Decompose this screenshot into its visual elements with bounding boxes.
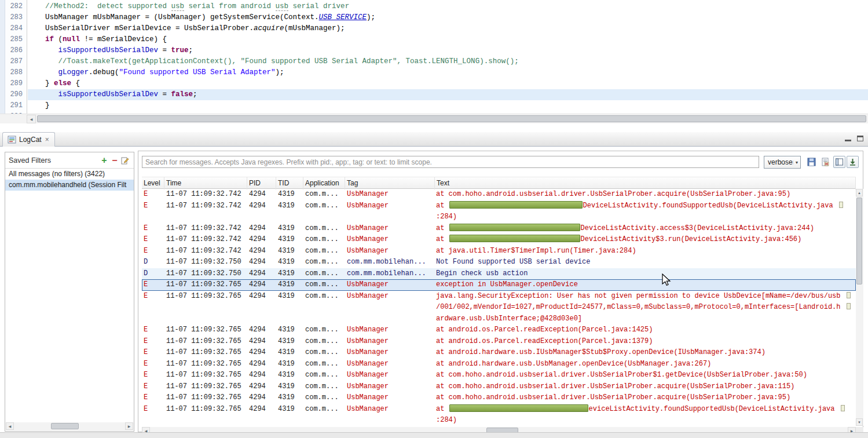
saved-filters-panel: Saved Filters + − All messages (no filte… bbox=[5, 152, 134, 432]
column-header[interactable]: PID bbox=[247, 177, 276, 189]
log-cell: 11-07 11:09:32.765 bbox=[164, 324, 247, 336]
code-editor[interactable]: 282283284285286287288289290291292 //Meth… bbox=[0, 0, 868, 114]
redaction-bar bbox=[449, 224, 580, 231]
scroll-to-latest-icon[interactable] bbox=[847, 156, 859, 168]
log-text: exception in UsbManager.openDevice bbox=[435, 279, 856, 291]
log-row[interactable]: E11-07 11:09:32.74242944319com.m...UsbMa… bbox=[142, 200, 856, 223]
log-row[interactable]: D11-07 11:09:32.75042944319com.m...com.m… bbox=[142, 268, 856, 280]
scroll-up-icon[interactable]: ▲ bbox=[856, 189, 863, 196]
column-header[interactable]: Time bbox=[164, 177, 247, 189]
saved-filters-title: Saved Filters bbox=[9, 156, 99, 165]
search-input[interactable] bbox=[142, 156, 759, 168]
log-cell: UsbManager bbox=[345, 279, 435, 291]
save-log-icon[interactable] bbox=[807, 157, 816, 167]
log-cell: 4319 bbox=[276, 268, 303, 280]
log-cell: 4294 bbox=[247, 404, 276, 415]
log-cell: 4294 bbox=[247, 234, 276, 246]
log-cell: E bbox=[142, 404, 164, 415]
log-cell: 4319 bbox=[276, 279, 303, 291]
code-line[interactable]: UsbManager mUsbManager = (UsbManager) ge… bbox=[28, 12, 868, 23]
filters-hscroll-thumb[interactable] bbox=[51, 423, 79, 429]
code-line[interactable]: } bbox=[28, 100, 868, 111]
log-row[interactable]: E11-07 11:09:32.76542944319com.m...UsbMa… bbox=[142, 279, 856, 291]
log-cell: com.m... bbox=[303, 279, 345, 291]
log-row[interactable]: E11-07 11:09:32.74242944319com.m...UsbMa… bbox=[142, 189, 856, 200]
log-row[interactable]: E11-07 11:09:32.76542944319com.m...UsbMa… bbox=[142, 381, 856, 393]
log-cell: 4319 bbox=[276, 200, 303, 212]
log-cell: 4294 bbox=[247, 381, 276, 393]
code-line[interactable]: isSupportedUsbSerialDev = true; bbox=[28, 45, 868, 56]
log-cell: 11-07 11:09:32.765 bbox=[164, 347, 247, 359]
code-line[interactable]: //Method2: detect supported usb serial f… bbox=[28, 1, 868, 12]
log-header: LevelTimePIDTIDApplicationTagText bbox=[142, 177, 856, 189]
log-row[interactable]: E11-07 11:09:32.76542944319com.m...UsbMa… bbox=[142, 324, 856, 336]
log-cell: com.m... bbox=[303, 381, 345, 393]
code-line[interactable]: } else { bbox=[28, 78, 868, 89]
add-filter-icon[interactable]: + bbox=[99, 155, 109, 166]
code-line[interactable]: UsbSerialDriver mSerialDevice = UsbSeria… bbox=[28, 23, 868, 34]
log-level-select[interactable]: verbose ▼ bbox=[764, 156, 801, 169]
log-text: at android.os.Parcel.readException(Parce… bbox=[435, 336, 856, 348]
code-line[interactable]: //Toast.makeText(getApplicationContext()… bbox=[28, 56, 868, 67]
scroll-left-icon[interactable]: ◀ bbox=[6, 422, 14, 430]
log-cell: 11-07 11:09:32.765 bbox=[164, 404, 247, 415]
log-row[interactable]: E11-07 11:09:32.76542944319com.m...UsbMa… bbox=[142, 359, 856, 370]
editor-hscroll-thumb[interactable] bbox=[37, 115, 866, 122]
log-row[interactable]: E11-07 11:09:32.76542944319com.m...UsbMa… bbox=[142, 347, 856, 359]
log-row[interactable]: E11-07 11:09:32.76542944319com.m...UsbMa… bbox=[142, 404, 856, 426]
line-number: 290 bbox=[5, 89, 27, 100]
log-row[interactable]: E11-07 11:09:32.74242944319com.m...UsbMa… bbox=[142, 223, 856, 235]
delete-filter-icon[interactable]: − bbox=[109, 155, 120, 166]
edit-filter-icon[interactable] bbox=[120, 155, 130, 166]
log-cell: com.m... bbox=[303, 392, 345, 404]
code-line[interactable]: gLogger.debug("Found supported USB Seria… bbox=[28, 67, 868, 78]
code-line[interactable]: if (null != mSerialDevice) { bbox=[28, 34, 868, 45]
scroll-right-icon[interactable]: ▶ bbox=[125, 422, 133, 430]
column-header[interactable]: Text bbox=[435, 177, 856, 189]
log-cell: UsbManager bbox=[345, 223, 435, 235]
code-area[interactable]: //Method2: detect supported usb serial f… bbox=[28, 0, 868, 114]
log-cell: E bbox=[142, 381, 164, 393]
log-cell: com.m... bbox=[303, 223, 345, 235]
code-line[interactable]: isSupportedUsbSerialDev = false; bbox=[28, 89, 868, 100]
log-row[interactable]: E11-07 11:09:32.76542944319com.m...UsbMa… bbox=[142, 392, 856, 404]
column-header[interactable]: Tag bbox=[345, 177, 435, 189]
log-vscroll-thumb[interactable] bbox=[856, 198, 862, 284]
log-text: at DeviceListActivity$3.run(DeviceListAc… bbox=[435, 234, 856, 246]
log-text: at com.hoho.android.usbserial.driver.Usb… bbox=[435, 370, 856, 381]
maximize-icon[interactable] bbox=[857, 136, 863, 141]
log-cell: 11-07 11:09:32.750 bbox=[164, 268, 247, 280]
log-text: at java.util.Timer$TimerImpl.run(Timer.j… bbox=[435, 246, 856, 257]
editor-horizontal-scrollbar[interactable]: ◀ bbox=[0, 114, 868, 123]
log-cell: com.m... bbox=[303, 200, 345, 212]
clear-log-icon[interactable] bbox=[821, 157, 830, 167]
column-header[interactable]: Application bbox=[303, 177, 345, 189]
column-header[interactable]: TID bbox=[276, 177, 303, 189]
column-header[interactable]: Level bbox=[142, 177, 164, 189]
log-row[interactable]: E11-07 11:09:32.74242944319com.m...UsbMa… bbox=[142, 246, 856, 257]
filter-item[interactable]: com.mm.mobilehandheld (Session Filt bbox=[5, 180, 134, 191]
tab-logcat[interactable]: LogCat × bbox=[2, 132, 55, 147]
log-row[interactable]: D11-07 11:09:32.75042944319com.m...com.m… bbox=[142, 257, 856, 268]
log-row[interactable]: E11-07 11:09:32.74242944319com.m...UsbMa… bbox=[142, 234, 856, 246]
scroll-down-icon[interactable]: ▼ bbox=[856, 418, 863, 426]
log-cell: UsbManager bbox=[345, 234, 435, 246]
log-cell: com.m... bbox=[303, 370, 345, 381]
log-row[interactable]: E11-07 11:09:32.76542944319com.m...UsbMa… bbox=[142, 370, 856, 381]
minimize-icon[interactable] bbox=[845, 136, 851, 141]
scroll-left-icon[interactable]: ◀ bbox=[27, 115, 36, 123]
filters-horizontal-scrollbar[interactable]: ◀ ▶ bbox=[6, 422, 133, 430]
log-row[interactable]: E11-07 11:09:32.76542944319com.m...UsbMa… bbox=[142, 336, 856, 348]
display-saved-filters-icon[interactable] bbox=[833, 156, 845, 168]
log-cell: 11-07 11:09:32.765 bbox=[164, 359, 247, 370]
gutter-numbers: 282283284285286287288289290291292 bbox=[5, 1, 27, 114]
log-cell: 4294 bbox=[247, 189, 276, 200]
log-row[interactable]: E11-07 11:09:32.76542944319com.m...UsbMa… bbox=[142, 291, 856, 325]
wrap-indicator-icon bbox=[847, 292, 851, 298]
log-cell: 4294 bbox=[247, 279, 276, 291]
log-cell: 4319 bbox=[276, 189, 303, 200]
log-vertical-scrollbar[interactable]: ▲ ▼ bbox=[856, 189, 863, 426]
close-icon[interactable]: × bbox=[45, 136, 50, 143]
chevron-down-icon: ▼ bbox=[793, 160, 800, 165]
filter-item[interactable]: All messages (no filters) (3422) bbox=[5, 169, 134, 180]
